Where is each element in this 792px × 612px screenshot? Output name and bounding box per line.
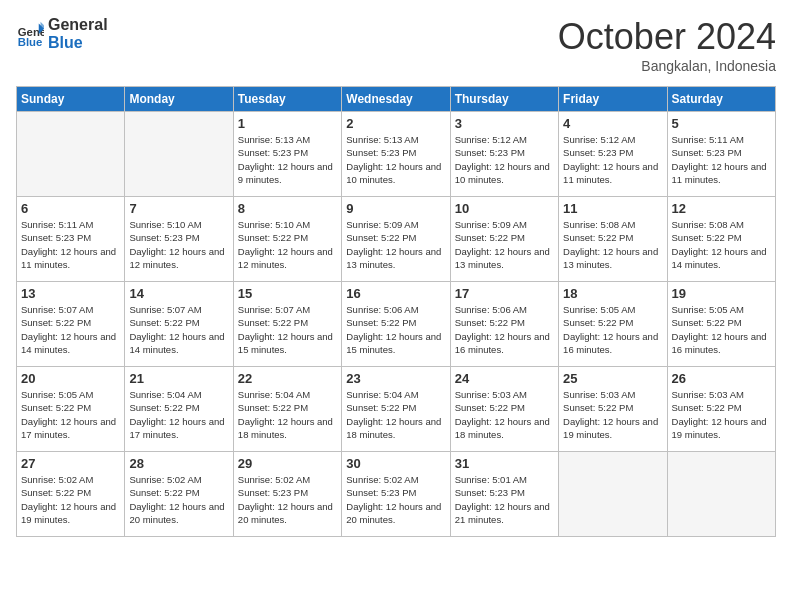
calendar-cell: 7Sunrise: 5:10 AMSunset: 5:23 PMDaylight…: [125, 197, 233, 282]
calendar-week-1: 6Sunrise: 5:11 AMSunset: 5:23 PMDaylight…: [17, 197, 776, 282]
calendar-cell: 10Sunrise: 5:09 AMSunset: 5:22 PMDayligh…: [450, 197, 558, 282]
calendar-cell: 6Sunrise: 5:11 AMSunset: 5:23 PMDaylight…: [17, 197, 125, 282]
calendar-cell: 19Sunrise: 5:05 AMSunset: 5:22 PMDayligh…: [667, 282, 775, 367]
calendar-week-2: 13Sunrise: 5:07 AMSunset: 5:22 PMDayligh…: [17, 282, 776, 367]
day-number: 3: [455, 116, 554, 131]
day-number: 28: [129, 456, 228, 471]
logo-text-general: General: [48, 16, 108, 34]
day-number: 21: [129, 371, 228, 386]
day-number: 16: [346, 286, 445, 301]
calendar-cell: 17Sunrise: 5:06 AMSunset: 5:22 PMDayligh…: [450, 282, 558, 367]
day-info: Sunrise: 5:11 AMSunset: 5:23 PMDaylight:…: [21, 218, 120, 271]
calendar-cell: [17, 112, 125, 197]
weekday-header-thursday: Thursday: [450, 87, 558, 112]
day-info: Sunrise: 5:04 AMSunset: 5:22 PMDaylight:…: [346, 388, 445, 441]
weekday-header-wednesday: Wednesday: [342, 87, 450, 112]
day-info: Sunrise: 5:13 AMSunset: 5:23 PMDaylight:…: [346, 133, 445, 186]
calendar-cell: 24Sunrise: 5:03 AMSunset: 5:22 PMDayligh…: [450, 367, 558, 452]
calendar-cell: 2Sunrise: 5:13 AMSunset: 5:23 PMDaylight…: [342, 112, 450, 197]
day-number: 18: [563, 286, 662, 301]
calendar-cell: 12Sunrise: 5:08 AMSunset: 5:22 PMDayligh…: [667, 197, 775, 282]
weekday-header-friday: Friday: [559, 87, 667, 112]
day-info: Sunrise: 5:03 AMSunset: 5:22 PMDaylight:…: [672, 388, 771, 441]
day-number: 19: [672, 286, 771, 301]
day-info: Sunrise: 5:02 AMSunset: 5:23 PMDaylight:…: [238, 473, 337, 526]
day-info: Sunrise: 5:05 AMSunset: 5:22 PMDaylight:…: [21, 388, 120, 441]
day-info: Sunrise: 5:02 AMSunset: 5:23 PMDaylight:…: [346, 473, 445, 526]
day-number: 4: [563, 116, 662, 131]
calendar-cell: 30Sunrise: 5:02 AMSunset: 5:23 PMDayligh…: [342, 452, 450, 537]
calendar-cell: 25Sunrise: 5:03 AMSunset: 5:22 PMDayligh…: [559, 367, 667, 452]
day-number: 22: [238, 371, 337, 386]
day-info: Sunrise: 5:04 AMSunset: 5:22 PMDaylight:…: [129, 388, 228, 441]
calendar-cell: 1Sunrise: 5:13 AMSunset: 5:23 PMDaylight…: [233, 112, 341, 197]
logo: General Blue General Blue: [16, 16, 108, 51]
day-info: Sunrise: 5:09 AMSunset: 5:22 PMDaylight:…: [455, 218, 554, 271]
day-number: 12: [672, 201, 771, 216]
day-info: Sunrise: 5:10 AMSunset: 5:22 PMDaylight:…: [238, 218, 337, 271]
calendar-cell: [559, 452, 667, 537]
calendar-cell: 31Sunrise: 5:01 AMSunset: 5:23 PMDayligh…: [450, 452, 558, 537]
calendar-cell: 11Sunrise: 5:08 AMSunset: 5:22 PMDayligh…: [559, 197, 667, 282]
logo-text-blue: Blue: [48, 34, 108, 52]
location: Bangkalan, Indonesia: [558, 58, 776, 74]
day-number: 6: [21, 201, 120, 216]
calendar-cell: 28Sunrise: 5:02 AMSunset: 5:22 PMDayligh…: [125, 452, 233, 537]
calendar-table: SundayMondayTuesdayWednesdayThursdayFrid…: [16, 86, 776, 537]
weekday-header-monday: Monday: [125, 87, 233, 112]
weekday-header-row: SundayMondayTuesdayWednesdayThursdayFrid…: [17, 87, 776, 112]
calendar-cell: 13Sunrise: 5:07 AMSunset: 5:22 PMDayligh…: [17, 282, 125, 367]
day-info: Sunrise: 5:01 AMSunset: 5:23 PMDaylight:…: [455, 473, 554, 526]
weekday-header-tuesday: Tuesday: [233, 87, 341, 112]
calendar-cell: 3Sunrise: 5:12 AMSunset: 5:23 PMDaylight…: [450, 112, 558, 197]
day-info: Sunrise: 5:11 AMSunset: 5:23 PMDaylight:…: [672, 133, 771, 186]
calendar-cell: [125, 112, 233, 197]
day-number: 27: [21, 456, 120, 471]
day-number: 26: [672, 371, 771, 386]
day-info: Sunrise: 5:04 AMSunset: 5:22 PMDaylight:…: [238, 388, 337, 441]
month-title: October 2024: [558, 16, 776, 58]
day-number: 13: [21, 286, 120, 301]
svg-text:Blue: Blue: [18, 36, 43, 48]
calendar-cell: 21Sunrise: 5:04 AMSunset: 5:22 PMDayligh…: [125, 367, 233, 452]
calendar-cell: 15Sunrise: 5:07 AMSunset: 5:22 PMDayligh…: [233, 282, 341, 367]
day-info: Sunrise: 5:10 AMSunset: 5:23 PMDaylight:…: [129, 218, 228, 271]
calendar-cell: 27Sunrise: 5:02 AMSunset: 5:22 PMDayligh…: [17, 452, 125, 537]
calendar-cell: [667, 452, 775, 537]
calendar-week-0: 1Sunrise: 5:13 AMSunset: 5:23 PMDaylight…: [17, 112, 776, 197]
calendar-cell: 14Sunrise: 5:07 AMSunset: 5:22 PMDayligh…: [125, 282, 233, 367]
day-number: 2: [346, 116, 445, 131]
calendar-cell: 20Sunrise: 5:05 AMSunset: 5:22 PMDayligh…: [17, 367, 125, 452]
day-number: 14: [129, 286, 228, 301]
day-info: Sunrise: 5:05 AMSunset: 5:22 PMDaylight:…: [672, 303, 771, 356]
calendar-cell: 23Sunrise: 5:04 AMSunset: 5:22 PMDayligh…: [342, 367, 450, 452]
day-info: Sunrise: 5:03 AMSunset: 5:22 PMDaylight:…: [455, 388, 554, 441]
day-number: 7: [129, 201, 228, 216]
day-info: Sunrise: 5:09 AMSunset: 5:22 PMDaylight:…: [346, 218, 445, 271]
weekday-header-sunday: Sunday: [17, 87, 125, 112]
day-number: 8: [238, 201, 337, 216]
day-info: Sunrise: 5:02 AMSunset: 5:22 PMDaylight:…: [21, 473, 120, 526]
day-info: Sunrise: 5:07 AMSunset: 5:22 PMDaylight:…: [129, 303, 228, 356]
day-info: Sunrise: 5:05 AMSunset: 5:22 PMDaylight:…: [563, 303, 662, 356]
calendar-cell: 9Sunrise: 5:09 AMSunset: 5:22 PMDaylight…: [342, 197, 450, 282]
calendar-cell: 4Sunrise: 5:12 AMSunset: 5:23 PMDaylight…: [559, 112, 667, 197]
logo-icon: General Blue: [16, 20, 44, 48]
calendar-body: 1Sunrise: 5:13 AMSunset: 5:23 PMDaylight…: [17, 112, 776, 537]
day-info: Sunrise: 5:08 AMSunset: 5:22 PMDaylight:…: [563, 218, 662, 271]
day-info: Sunrise: 5:06 AMSunset: 5:22 PMDaylight:…: [455, 303, 554, 356]
calendar-cell: 22Sunrise: 5:04 AMSunset: 5:22 PMDayligh…: [233, 367, 341, 452]
day-number: 5: [672, 116, 771, 131]
day-number: 25: [563, 371, 662, 386]
day-number: 15: [238, 286, 337, 301]
day-info: Sunrise: 5:06 AMSunset: 5:22 PMDaylight:…: [346, 303, 445, 356]
day-info: Sunrise: 5:03 AMSunset: 5:22 PMDaylight:…: [563, 388, 662, 441]
calendar-cell: 29Sunrise: 5:02 AMSunset: 5:23 PMDayligh…: [233, 452, 341, 537]
day-number: 20: [21, 371, 120, 386]
day-number: 11: [563, 201, 662, 216]
calendar-cell: 5Sunrise: 5:11 AMSunset: 5:23 PMDaylight…: [667, 112, 775, 197]
day-number: 17: [455, 286, 554, 301]
day-info: Sunrise: 5:07 AMSunset: 5:22 PMDaylight:…: [238, 303, 337, 356]
calendar-week-3: 20Sunrise: 5:05 AMSunset: 5:22 PMDayligh…: [17, 367, 776, 452]
calendar-cell: 26Sunrise: 5:03 AMSunset: 5:22 PMDayligh…: [667, 367, 775, 452]
